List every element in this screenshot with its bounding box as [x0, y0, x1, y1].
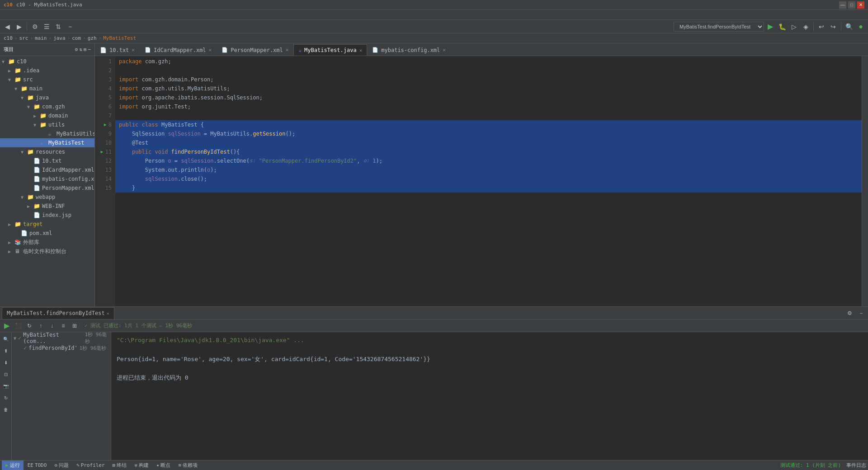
tab-close-icon[interactable]: ✕: [286, 47, 289, 53]
tree-item-utils[interactable]: ▼ 📁 utils: [0, 120, 94, 129]
redo-button[interactable]: ↪: [828, 21, 839, 32]
tab-close-icon[interactable]: ✕: [359, 47, 363, 53]
tab-idcardmapper[interactable]: 📄 IdCardMapper.xml ✕: [140, 44, 217, 56]
bottom-gutter-btn-5[interactable]: 📷: [1, 381, 11, 391]
tree-item-pom[interactable]: 📄 pom.xml: [0, 229, 94, 238]
tree-item-idcardmapper[interactable]: 📄 IdCardMapper.xml: [0, 165, 94, 174]
strip-tab-profiler[interactable]: ✎ Profiler: [73, 461, 108, 470]
undo-button[interactable]: ↩: [816, 21, 827, 32]
strip-tab-run[interactable]: ▶ 运行: [2, 461, 24, 470]
bottom-gutter-btn-7[interactable]: 🗑: [1, 404, 11, 414]
breadcrumb-part[interactable]: main: [35, 35, 47, 41]
breadcrumb-part[interactable]: java: [53, 35, 66, 41]
bottom-gutter-btn-1[interactable]: 🔍: [1, 334, 11, 344]
forward-button[interactable]: ▶: [14, 21, 24, 32]
sort-icon[interactable]: ⇅: [79, 47, 82, 52]
tree-item-main[interactable]: ▼ 📁 main: [0, 84, 94, 93]
coverage-button[interactable]: ▷: [788, 21, 799, 32]
structure-button[interactable]: ☰: [41, 21, 52, 32]
stop-button[interactable]: ⬛: [13, 321, 23, 331]
tree-item-webapp[interactable]: ▼ 📁 webapp: [0, 193, 94, 202]
strip-tab-todo[interactable]: EE TODO: [24, 461, 51, 470]
sidebar-header: 项目 ⚙ ⇅ ⊞ −: [0, 43, 94, 56]
breadcrumb-part[interactable]: c10: [4, 35, 13, 41]
code-line-7: [115, 111, 862, 120]
bottom-gutter-btn-2[interactable]: ⬆: [1, 346, 11, 356]
close-button[interactable]: ✕: [857, 1, 864, 9]
prev-test-btn[interactable]: ↑: [36, 321, 46, 331]
tree-item-web-inf[interactable]: ▶ 📁 WEB-INF: [0, 202, 94, 211]
tree-item-resources[interactable]: ▼ 📁 resources: [0, 147, 94, 156]
strip-tab-terminal[interactable]: ⊞ 终结: [109, 461, 131, 470]
strip-tab-problems[interactable]: ⊙ 问题: [51, 461, 72, 470]
tree-item-10txt[interactable]: 📄 10.txt: [0, 156, 94, 165]
search-button[interactable]: 🔍: [844, 21, 854, 32]
expand-tests-btn[interactable]: ⊞: [70, 321, 80, 331]
bottom-settings-btn[interactable]: ⚙: [844, 308, 854, 318]
rerun-button[interactable]: ▶: [2, 321, 12, 331]
run-config-select[interactable]: MyBatisTest.findPersonByIdTest: [674, 22, 764, 32]
strip-tab-breakpoints[interactable]: ✦ 断点: [153, 461, 175, 470]
tab-close-icon[interactable]: ✕: [132, 47, 135, 53]
bottom-tab-run[interactable]: MyBatisTest.findPersonByIdTest ✕: [2, 307, 114, 319]
bottom-tab-close-icon[interactable]: ✕: [107, 311, 109, 316]
code-content[interactable]: package com.gzh; import com.gzh.domain.P…: [115, 56, 862, 306]
tree-item-personmapper[interactable]: 📄 PersonMapper.xml: [0, 183, 94, 193]
tree-item-target[interactable]: ▶ 📁 target: [0, 220, 94, 229]
console-output[interactable]: "C:\Program Files\Java\jdk1.8.0_201\bin\…: [111, 332, 868, 460]
collapse-icon[interactable]: −: [88, 47, 91, 52]
strip-tab-deps[interactable]: ≋ 依赖项: [175, 461, 201, 470]
bottom-gutter-btn-6[interactable]: ↻: [1, 393, 11, 403]
tree-item-com-gzh[interactable]: ▼ 📁 com.gzh: [0, 102, 94, 111]
tab-mybatis-config[interactable]: 📄 mybatis-config.xml ✕: [367, 44, 451, 56]
code-editor[interactable]: 1 2 3 4 5 6 7 ▶8 9 10 ▶11 12 13 14 15 pa…: [95, 56, 868, 306]
bottom-gutter-btn-4[interactable]: ⊡: [1, 369, 11, 379]
tab-close-icon[interactable]: ✕: [443, 47, 446, 53]
tree-item-c10[interactable]: ▼ 📁 c10: [0, 57, 94, 66]
next-test-btn[interactable]: ↓: [47, 321, 57, 331]
strip-tab-build[interactable]: ⚒ 构建: [131, 461, 152, 470]
user-button[interactable]: ●: [855, 21, 866, 32]
tree-item-tmpfiles[interactable]: ▶ 🖥 临时文件和控制台: [0, 247, 94, 256]
tree-item-domain[interactable]: ▶ 📁 domain: [0, 111, 94, 120]
back-button[interactable]: ◀: [2, 21, 13, 32]
tree-item-indexjsp[interactable]: 📄 index.jsp: [0, 211, 94, 220]
breadcrumb-sep: ›: [99, 35, 102, 41]
sort-tests-btn[interactable]: ≡: [58, 321, 68, 331]
gear-icon[interactable]: ⚙: [75, 47, 78, 52]
arrow-icon: ▼: [21, 150, 27, 155]
event-log[interactable]: 事件日志: [846, 462, 866, 469]
collapse-button[interactable]: −: [65, 21, 75, 32]
rerun-failed-btn[interactable]: ↻: [24, 321, 34, 331]
maximize-button[interactable]: □: [848, 1, 855, 9]
tree-item-mybatisutils[interactable]: ☕ MyBatisUtils: [0, 129, 94, 138]
breadcrumb-part[interactable]: gzh: [88, 35, 97, 41]
tree-item-mybatistest[interactable]: ☕ MyBatisTest: [0, 138, 94, 147]
bottom-gutter-btn-3[interactable]: ⬇: [1, 357, 11, 367]
settings-button[interactable]: ⚙: [29, 21, 40, 32]
tree-item-idea[interactable]: ▶ 📁 .idea: [0, 66, 94, 75]
tab-10txt[interactable]: 📄 10.txt ✕: [95, 44, 140, 56]
tab-personmapper[interactable]: 📄 PersonMapper.xml ✕: [217, 44, 293, 56]
run-button[interactable]: ▶: [765, 21, 776, 32]
tree-item-java[interactable]: ▼ 📁 java: [0, 93, 94, 102]
code-line-5: import org.apache.ibatis.session.SqlSess…: [115, 93, 862, 102]
tree-item-src[interactable]: ▼ 📁 src: [0, 75, 94, 84]
java-icon: ☕: [40, 140, 47, 146]
tree-item-extlib[interactable]: ▶ 📚 外部库: [0, 238, 94, 247]
test-tree-item-class[interactable]: ▼ ✓ MyBatisTest (com... 1秒 96毫秒: [12, 333, 111, 343]
bottom-minimize-btn[interactable]: −: [856, 308, 866, 318]
breadcrumb-part[interactable]: com: [72, 35, 81, 41]
profile-button[interactable]: ◈: [800, 21, 811, 32]
window-controls[interactable]: — □ ✕: [839, 1, 864, 9]
expand-icon[interactable]: ⊞: [84, 47, 87, 52]
breadcrumb-part[interactable]: src: [19, 35, 28, 41]
tree-item-mybatis-config[interactable]: 📄 mybatis-config.xml: [0, 174, 94, 183]
test-tree-item-method[interactable]: ✓ findPersonById' 1秒 96毫秒: [12, 343, 111, 353]
tab-close-icon[interactable]: ✕: [209, 47, 212, 53]
sort-button[interactable]: ⇅: [53, 21, 64, 32]
breadcrumb-part[interactable]: MyBatisTest: [103, 35, 136, 41]
debug-button[interactable]: 🐛: [777, 21, 788, 32]
tab-mybatistest[interactable]: ☕ MyBatisTest.java ✕: [293, 44, 367, 56]
minimize-button[interactable]: —: [839, 1, 846, 9]
